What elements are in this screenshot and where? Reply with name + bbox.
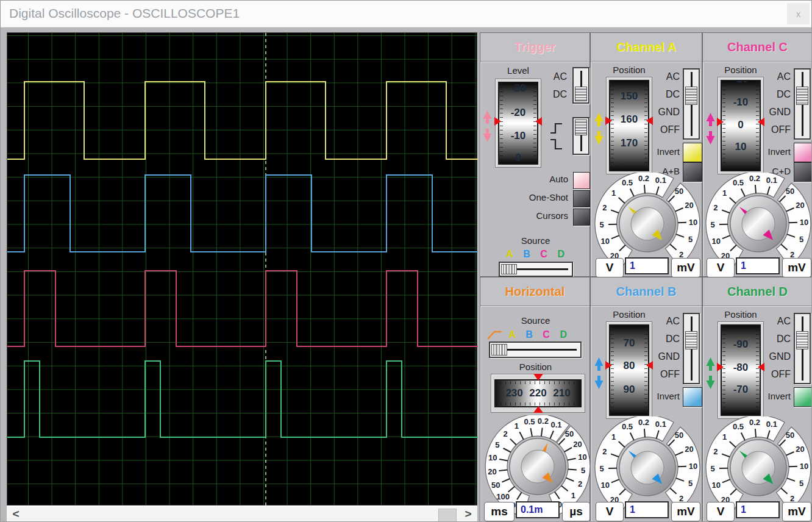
channel-b-gain-value[interactable] <box>625 501 669 518</box>
svg-text:2: 2 <box>504 429 508 438</box>
svg-text:0.1: 0.1 <box>655 176 666 185</box>
channel-b-panel: Channel B Position 708090 ACDCGNDOFF Inv… <box>590 277 702 522</box>
channel-b-position-dial[interactable]: 708090 <box>606 321 652 419</box>
auto-label: Auto <box>505 174 568 184</box>
svg-text:0.5: 0.5 <box>524 417 535 426</box>
dial-strip: -30-20-100 <box>498 82 538 165</box>
channel-d-coupling-switch[interactable] <box>794 313 811 384</box>
svg-text:20: 20 <box>796 445 804 454</box>
channel-a-coupling-switch[interactable] <box>683 68 700 140</box>
scrollbar-thumb[interactable] <box>438 509 457 522</box>
position-nudge-arrows[interactable] <box>705 357 716 392</box>
svg-text:10: 10 <box>600 481 609 490</box>
timebase-value-input[interactable] <box>516 501 560 518</box>
cursors-button[interactable] <box>573 209 590 226</box>
channel-b-coupling-switch[interactable] <box>683 313 700 384</box>
svg-text:0.1: 0.1 <box>655 420 666 429</box>
one-shot-button[interactable] <box>573 190 590 207</box>
waveform-channel-c <box>7 271 478 346</box>
trigger-level-dial[interactable]: -30-20-100 <box>495 79 541 168</box>
svg-text:1: 1 <box>722 432 727 442</box>
channel-a-panel: Channel A Position 150160170 ACDCGNDOFF … <box>590 32 702 277</box>
switch-thumb[interactable] <box>685 87 697 105</box>
svg-text:50: 50 <box>675 431 683 440</box>
dial-strip: -20-10010 <box>721 80 761 171</box>
auto-button[interactable] <box>573 172 590 189</box>
horizontal-position-label: Position <box>480 362 591 372</box>
us-unit-box: µs <box>562 502 590 521</box>
coupling-option-label: AC <box>666 68 680 86</box>
channel-c-position-dial[interactable]: -20-10010 <box>718 77 764 174</box>
svg-text:5: 5 <box>581 466 585 475</box>
coupling-labels: ACDCGNDOFF <box>648 313 680 383</box>
close-button[interactable]: x <box>787 3 810 24</box>
switch-thumb[interactable] <box>796 87 808 105</box>
dial-value: -20 <box>722 80 760 85</box>
dial-value: -30 <box>499 82 537 95</box>
scroll-left-arrow[interactable]: < <box>9 507 23 521</box>
channel-a-position-dial[interactable]: 150160170 <box>606 77 652 174</box>
switch-thumb[interactable] <box>575 120 587 135</box>
channel-d-invert-button[interactable] <box>794 387 812 407</box>
svg-text:2: 2 <box>713 203 718 212</box>
position-nudge-arrows[interactable] <box>594 112 604 148</box>
source-letter-b: B <box>523 249 530 260</box>
dial-value: 80 <box>610 360 648 372</box>
dial-value: -20 <box>499 107 537 119</box>
switch-thumb[interactable] <box>685 331 697 349</box>
channel-a-gain-value[interactable] <box>625 257 669 274</box>
channel-d-position-dial[interactable]: -90-80-70 <box>718 321 764 419</box>
svg-text:10: 10 <box>800 462 808 471</box>
svg-text:5: 5 <box>599 220 604 229</box>
coupling-option-label: DC <box>777 86 791 104</box>
level-nudge-arrows[interactable] <box>482 110 493 145</box>
dial-value: -80 <box>722 362 760 374</box>
scope-scrollbar[interactable]: < > <box>7 506 477 522</box>
v-unit-box: V <box>707 258 735 277</box>
oscilloscope-window: Digital Oscilloscope - OSCILLOSCOPE1 x <… <box>0 0 812 522</box>
v-unit-label: V <box>606 505 614 518</box>
mv-unit-label: mV <box>677 505 695 518</box>
trigger-coupling-switch[interactable] <box>572 67 589 104</box>
channel-c-coupling-switch[interactable] <box>794 68 811 140</box>
switch-thumb[interactable] <box>575 87 587 101</box>
svg-text:1: 1 <box>571 491 575 500</box>
channel-b-title: Channel B <box>616 285 677 299</box>
trigger-source-slider[interactable] <box>499 262 573 277</box>
channel-d-header: Channel D <box>703 277 812 306</box>
slider-thumb[interactable] <box>491 344 507 356</box>
channel-a-invert-button[interactable] <box>683 143 702 162</box>
channel-b-invert-button[interactable] <box>683 387 702 407</box>
dial-value: -10 <box>499 130 537 142</box>
channel-d-gain-value[interactable] <box>736 501 780 518</box>
source-letter-c: C <box>543 329 550 340</box>
horizontal-header: Horizontal <box>480 277 589 306</box>
svg-text:10: 10 <box>689 462 697 471</box>
svg-text:10: 10 <box>711 481 720 490</box>
svg-text:20: 20 <box>685 445 693 454</box>
svg-text:50: 50 <box>565 429 574 438</box>
coupling-option-label: OFF <box>660 365 680 383</box>
mv-unit-box: mV <box>782 502 811 521</box>
channel-c-invert-button[interactable] <box>794 143 812 162</box>
position-nudge-arrows[interactable] <box>594 357 604 392</box>
coupling-option-label: OFF <box>771 365 791 383</box>
horizontal-source-slider[interactable] <box>489 341 582 358</box>
svg-text:5: 5 <box>688 235 693 244</box>
slider-thumb[interactable] <box>501 264 517 274</box>
switch-thumb[interactable] <box>796 331 808 349</box>
horizontal-position-dial[interactable]: 230220210 <box>491 374 585 413</box>
channel-c-gain-value[interactable] <box>736 257 780 274</box>
position-nudge-arrows[interactable] <box>705 112 716 148</box>
dial-marker-right <box>535 117 542 126</box>
svg-text:0.2: 0.2 <box>749 418 760 427</box>
dial-value: -90 <box>722 338 760 351</box>
svg-text:2: 2 <box>602 447 607 456</box>
scroll-right-arrow[interactable]: > <box>461 507 475 521</box>
dial-value: 230 <box>505 387 522 399</box>
svg-text:50: 50 <box>786 187 794 196</box>
trigger-edge-switch[interactable] <box>572 117 589 155</box>
dial-value: 220 <box>529 387 546 399</box>
ms-unit-label: ms <box>491 505 507 518</box>
ramp-source-icon <box>486 329 504 341</box>
